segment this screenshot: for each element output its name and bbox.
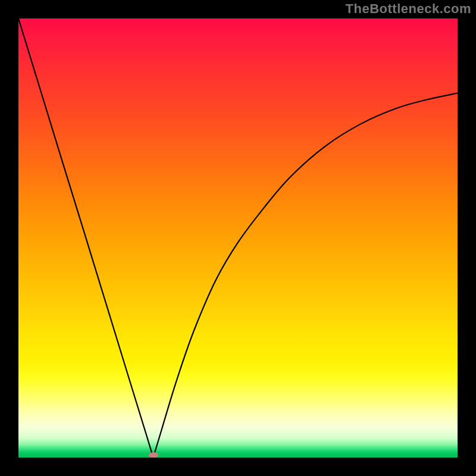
watermark-text: TheBottleneck.com (346, 1, 471, 17)
plot-area (18, 18, 458, 458)
chart-frame: TheBottleneck.com (0, 0, 476, 476)
bottleneck-curve (18, 18, 458, 458)
minimum-point-marker (149, 452, 158, 458)
